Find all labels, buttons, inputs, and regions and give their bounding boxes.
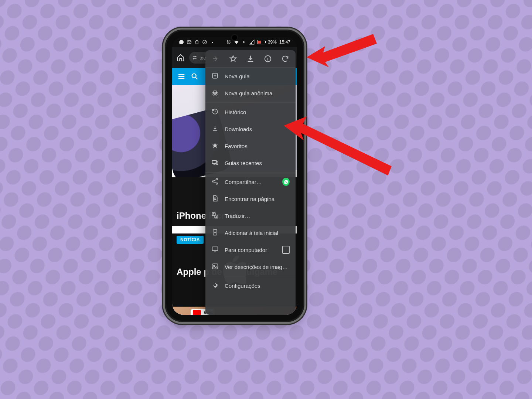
share-icon bbox=[211, 178, 219, 186]
menu-bookmarks-label: Favoritos bbox=[225, 143, 290, 149]
url-text: tec bbox=[200, 55, 206, 61]
menu-find-label: Encontrar na página bbox=[225, 196, 290, 202]
svg-marker-22 bbox=[307, 34, 377, 67]
downloads-icon bbox=[211, 125, 219, 133]
battery-percent: 39% bbox=[268, 40, 277, 45]
devices-icon bbox=[211, 159, 219, 167]
forward-button[interactable] bbox=[209, 52, 222, 65]
hamburger-icon[interactable] bbox=[177, 72, 185, 81]
plus-square-icon bbox=[211, 72, 219, 81]
menu-settings[interactable]: Configurações bbox=[205, 277, 296, 294]
menu-settings-label: Configurações bbox=[225, 283, 290, 289]
tune-icon bbox=[192, 55, 197, 60]
alarm-icon bbox=[226, 40, 231, 45]
menu-bookmarks[interactable]: Favoritos bbox=[205, 137, 296, 154]
menu-history[interactable]: Histórico bbox=[205, 103, 296, 120]
svg-point-8 bbox=[213, 93, 215, 95]
menu-recent-tabs-label: Guias recentes bbox=[225, 160, 290, 166]
menu-action-row bbox=[205, 50, 296, 68]
overflow-menu: Nova guia Nova guia anônima Histórico Do… bbox=[205, 50, 296, 315]
menu-new-tab[interactable]: Nova guia bbox=[205, 68, 296, 85]
menu-downloads-label: Downloads bbox=[225, 126, 290, 132]
menu-new-tab-label: Nova guia bbox=[225, 73, 290, 79]
svg-point-1 bbox=[203, 40, 207, 44]
search-icon[interactable] bbox=[191, 72, 199, 81]
menu-add-home[interactable]: Adicionar à tela inicial bbox=[205, 224, 296, 241]
check-status-icon bbox=[202, 40, 207, 45]
menu-history-label: Histórico bbox=[225, 109, 290, 115]
home-button[interactable] bbox=[175, 52, 186, 63]
menu-separator-1 bbox=[205, 102, 296, 103]
battery-icon bbox=[257, 40, 265, 44]
status-left-icons: ● bbox=[179, 40, 215, 45]
menu-translate[interactable]: Traduzir… bbox=[205, 207, 296, 224]
history-icon bbox=[211, 108, 219, 116]
menu-share-label: Compartilhar… bbox=[225, 179, 276, 185]
menu-find-in-page[interactable]: Encontrar na página bbox=[205, 190, 296, 207]
translate-icon bbox=[211, 212, 219, 220]
svg-rect-19 bbox=[212, 247, 218, 250]
menu-incognito-label: Nova guia anônima bbox=[225, 90, 290, 96]
annotation-arrow-1 bbox=[303, 26, 384, 78]
svg-point-9 bbox=[215, 93, 217, 95]
menu-separator-2 bbox=[205, 172, 296, 173]
menu-incognito-tab[interactable]: Nova guia anônima bbox=[205, 85, 296, 102]
menu-desktop-site[interactable]: Para computador bbox=[205, 241, 296, 258]
page-info-button[interactable] bbox=[262, 52, 274, 65]
signal-icon bbox=[249, 40, 255, 45]
front-camera bbox=[231, 34, 238, 41]
menu-add-home-label: Adicionar à tela inicial bbox=[225, 230, 290, 236]
monitor-icon bbox=[211, 246, 219, 254]
svg-rect-20 bbox=[212, 264, 218, 269]
desktop-site-checkbox[interactable] bbox=[282, 246, 290, 253]
svg-point-4 bbox=[193, 58, 194, 59]
menu-downloads[interactable]: Downloads bbox=[205, 120, 296, 137]
download-page-button[interactable] bbox=[244, 52, 257, 65]
menu-separator-3 bbox=[205, 276, 296, 276]
network-type-icon: H bbox=[242, 40, 247, 45]
whatsapp-status-icon bbox=[179, 40, 184, 45]
gear-icon bbox=[211, 282, 219, 290]
svg-point-5 bbox=[192, 74, 196, 78]
article-2-badge: NOTÍCIA bbox=[177, 236, 204, 244]
svg-point-3 bbox=[195, 56, 196, 57]
find-in-page-icon bbox=[211, 195, 219, 203]
menu-recent-tabs[interactable]: Guias recentes bbox=[205, 154, 296, 171]
phone-screen: ● H 39% 15:47 bbox=[172, 37, 297, 315]
mail-status-icon bbox=[187, 40, 192, 45]
star-icon bbox=[211, 142, 219, 150]
menu-desktop-label: Para computador bbox=[225, 247, 276, 253]
menu-translate-label: Traduzir… bbox=[225, 213, 290, 219]
wallpaper: ● H 39% 15:47 bbox=[0, 0, 532, 399]
menu-share[interactable]: Compartilhar… bbox=[205, 173, 296, 190]
reload-button[interactable] bbox=[279, 52, 291, 65]
menu-imgdescr-label: Ver descrições de image… bbox=[225, 264, 290, 270]
svg-rect-11 bbox=[216, 161, 218, 164]
article-1-badge: NOTÍCIA bbox=[177, 166, 204, 174]
phone-frame: ● H 39% 15:47 bbox=[166, 31, 303, 321]
incognito-icon bbox=[211, 89, 219, 98]
whatsapp-share-icon[interactable] bbox=[282, 178, 290, 185]
menu-image-descriptions[interactable]: Ver descrições de image… bbox=[205, 258, 296, 275]
bookmark-button[interactable] bbox=[227, 52, 239, 65]
clock-time: 15:47 bbox=[279, 40, 290, 45]
add-home-icon bbox=[211, 229, 219, 237]
image-icon bbox=[211, 263, 219, 271]
dot-status-icon: ● bbox=[210, 40, 215, 45]
bag-status-icon bbox=[194, 40, 200, 45]
